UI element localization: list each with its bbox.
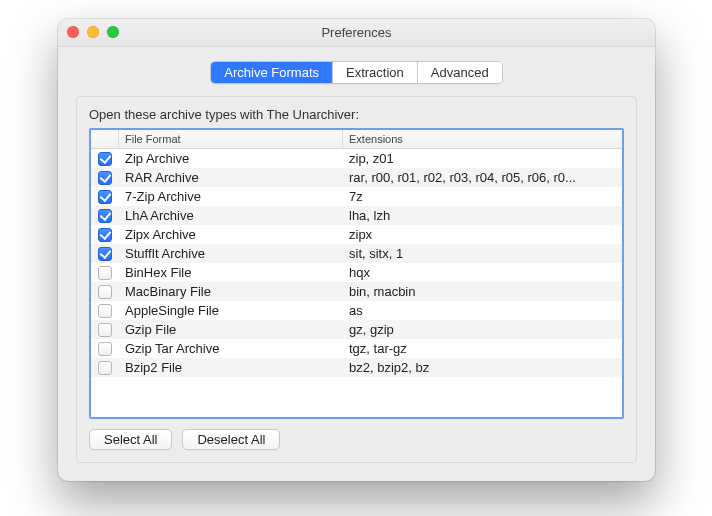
table-row[interactable]: Gzip Filegz, gzip xyxy=(91,320,622,339)
row-format: Zipx Archive xyxy=(119,227,343,242)
checkbox[interactable] xyxy=(98,323,112,337)
preferences-window: Preferences Archive FormatsExtractionAdv… xyxy=(58,19,655,481)
tab-advanced[interactable]: Advanced xyxy=(418,62,502,83)
row-extensions: bin, macbin xyxy=(343,284,622,299)
formats-table[interactable]: File Format Extensions Zip Archivezip, z… xyxy=(89,128,624,419)
table-header: File Format Extensions xyxy=(91,130,622,149)
row-checkbox-cell xyxy=(91,209,119,223)
checkbox[interactable] xyxy=(98,304,112,318)
row-format: BinHex File xyxy=(119,265,343,280)
table-row[interactable]: RAR Archiverar, r00, r01, r02, r03, r04,… xyxy=(91,168,622,187)
button-row: Select All Deselect All xyxy=(89,429,624,450)
content: Archive FormatsExtractionAdvanced Open t… xyxy=(58,47,655,481)
row-checkbox-cell xyxy=(91,285,119,299)
row-checkbox-cell xyxy=(91,266,119,280)
row-checkbox-cell xyxy=(91,304,119,318)
tab-extraction[interactable]: Extraction xyxy=(333,62,418,83)
formats-panel: Open these archive types with The Unarch… xyxy=(76,96,637,463)
row-checkbox-cell xyxy=(91,152,119,166)
table-row[interactable]: LhA Archivelha, lzh xyxy=(91,206,622,225)
row-extensions: 7z xyxy=(343,189,622,204)
row-checkbox-cell xyxy=(91,247,119,261)
row-checkbox-cell xyxy=(91,190,119,204)
row-extensions: as xyxy=(343,303,622,318)
row-format: 7-Zip Archive xyxy=(119,189,343,204)
checkbox[interactable] xyxy=(98,152,112,166)
row-extensions: rar, r00, r01, r02, r03, r04, r05, r06, … xyxy=(343,170,622,185)
row-format: MacBinary File xyxy=(119,284,343,299)
row-extensions: lha, lzh xyxy=(343,208,622,223)
col-file-format[interactable]: File Format xyxy=(119,130,343,148)
row-extensions: zipx xyxy=(343,227,622,242)
row-extensions: gz, gzip xyxy=(343,322,622,337)
select-all-button[interactable]: Select All xyxy=(89,429,172,450)
table-row[interactable]: Zip Archivezip, z01 xyxy=(91,149,622,168)
table-row[interactable]: AppleSingle Fileas xyxy=(91,301,622,320)
row-extensions: bz2, bzip2, bz xyxy=(343,360,622,375)
table-row[interactable]: Gzip Tar Archivetgz, tar-gz xyxy=(91,339,622,358)
deselect-all-button[interactable]: Deselect All xyxy=(182,429,280,450)
checkbox[interactable] xyxy=(98,247,112,261)
close-icon[interactable] xyxy=(67,26,79,38)
row-format: StuffIt Archive xyxy=(119,246,343,261)
row-extensions: zip, z01 xyxy=(343,151,622,166)
tab-bar: Archive FormatsExtractionAdvanced xyxy=(76,61,637,84)
row-checkbox-cell xyxy=(91,342,119,356)
row-format: Bzip2 File xyxy=(119,360,343,375)
table-row[interactable]: Zipx Archivezipx xyxy=(91,225,622,244)
checkbox[interactable] xyxy=(98,285,112,299)
col-checkbox xyxy=(91,130,119,148)
row-format: LhA Archive xyxy=(119,208,343,223)
row-extensions: hqx xyxy=(343,265,622,280)
window-controls xyxy=(67,26,119,38)
table-body: Zip Archivezip, z01RAR Archiverar, r00, … xyxy=(91,149,622,417)
row-format: Zip Archive xyxy=(119,151,343,166)
checkbox[interactable] xyxy=(98,342,112,356)
row-format: Gzip Tar Archive xyxy=(119,341,343,356)
checkbox[interactable] xyxy=(98,228,112,242)
checkbox[interactable] xyxy=(98,209,112,223)
row-format: RAR Archive xyxy=(119,170,343,185)
panel-caption: Open these archive types with The Unarch… xyxy=(89,107,624,122)
col-extensions[interactable]: Extensions xyxy=(343,130,622,148)
row-checkbox-cell xyxy=(91,171,119,185)
table-row[interactable]: StuffIt Archivesit, sitx, 1 xyxy=(91,244,622,263)
table-row[interactable]: BinHex Filehqx xyxy=(91,263,622,282)
window-title: Preferences xyxy=(321,25,391,40)
tab-archive-formats[interactable]: Archive Formats xyxy=(211,62,333,83)
row-checkbox-cell xyxy=(91,323,119,337)
row-format: Gzip File xyxy=(119,322,343,337)
minimize-icon[interactable] xyxy=(87,26,99,38)
table-row[interactable]: Bzip2 Filebz2, bzip2, bz xyxy=(91,358,622,377)
row-checkbox-cell xyxy=(91,228,119,242)
row-checkbox-cell xyxy=(91,361,119,375)
row-extensions: sit, sitx, 1 xyxy=(343,246,622,261)
titlebar: Preferences xyxy=(58,19,655,47)
row-extensions: tgz, tar-gz xyxy=(343,341,622,356)
checkbox[interactable] xyxy=(98,190,112,204)
checkbox[interactable] xyxy=(98,171,112,185)
row-format: AppleSingle File xyxy=(119,303,343,318)
checkbox[interactable] xyxy=(98,361,112,375)
checkbox[interactable] xyxy=(98,266,112,280)
zoom-icon[interactable] xyxy=(107,26,119,38)
table-row[interactable]: MacBinary Filebin, macbin xyxy=(91,282,622,301)
table-row[interactable]: 7-Zip Archive7z xyxy=(91,187,622,206)
